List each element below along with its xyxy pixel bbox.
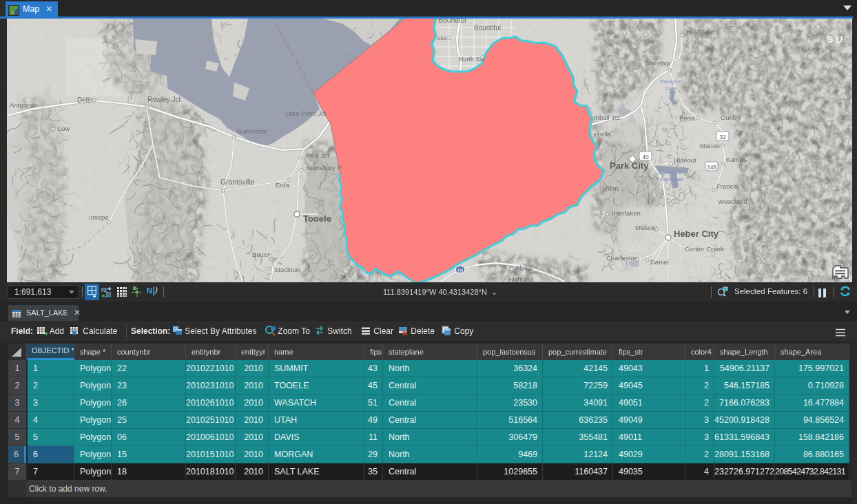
svg-text:Rockport: Rockport [660,78,683,85]
svg-text:40: 40 [642,154,649,160]
svg-text:erville: erville [594,130,611,138]
svg-text:Bauer: Bauer [252,251,269,258]
svg-text:32: 32 [719,134,726,140]
svg-text:oss: oss [437,34,447,41]
svg-text:N: N [147,286,152,295]
svg-text:Mills Jct: Mills Jct [306,151,329,159]
svg-text:Lake Point Jct: Lake Point Jct [285,109,327,117]
svg-text:Delle: Delle [77,96,93,104]
svg-text:Wanship: Wanship [645,59,670,67]
svg-text:Grantsville: Grantsville [220,178,255,186]
svg-text:Tooele: Tooele [303,213,331,224]
svg-text:ghton: ghton [602,185,619,192]
svg-text:Hoytsville: Hoytsville [686,28,714,35]
svg-text:Heber City: Heber City [674,229,719,239]
svg-text:15: 15 [457,268,463,274]
svg-text:Hideout: Hideout [674,156,696,164]
svg-text:Aragonite: Aragonite [10,101,38,109]
svg-text:Burmester: Burmester [237,127,267,135]
svg-text:Jordanelle: Jordanelle [656,169,682,176]
svg-text:Stockton: Stockton [274,266,300,273]
svg-text:Woodland: Woodland [718,198,747,205]
svg-text:S U: S U [827,34,843,45]
svg-text:Daniel: Daniel [650,258,669,266]
svg-text:Peoa: Peoa [679,114,695,122]
svg-text:Lake: Lake [665,85,678,92]
svg-text:Interlaken: Interlaken [612,209,641,217]
svg-text:Oakley: Oakley [721,114,741,121]
svg-text:mball Jct: mball Jct [594,114,620,121]
svg-text:Park City: Park City [610,160,649,171]
svg-text:Rowley Jct: Rowley Jct [147,96,181,103]
svg-text:248: 248 [707,164,716,171]
svg-text:Bountiful: Bountiful [474,24,501,32]
svg-text:Alpine: Alpine [515,264,533,271]
svg-text:Bountiful: Bountiful [438,19,466,24]
svg-text:Low: Low [58,125,70,132]
svg-text:Highland: Highland [508,276,533,282]
svg-text:Erda: Erda [276,181,290,189]
svg-text:Midway: Midway [635,224,657,231]
svg-text:Center Creek: Center Creek [685,245,724,253]
svg-text:Stansbury P: Stansbury P [306,164,342,171]
svg-text:Kamas: Kamas [726,156,747,163]
svg-text:Reservoir: Reservoir [660,176,684,182]
svg-text:Marion: Marion [700,142,720,149]
svg-text:Charleston: Charleston [606,254,638,262]
svg-text:Iosepa: Iosepa [89,213,109,221]
svg-text:Francis: Francis [716,182,738,190]
